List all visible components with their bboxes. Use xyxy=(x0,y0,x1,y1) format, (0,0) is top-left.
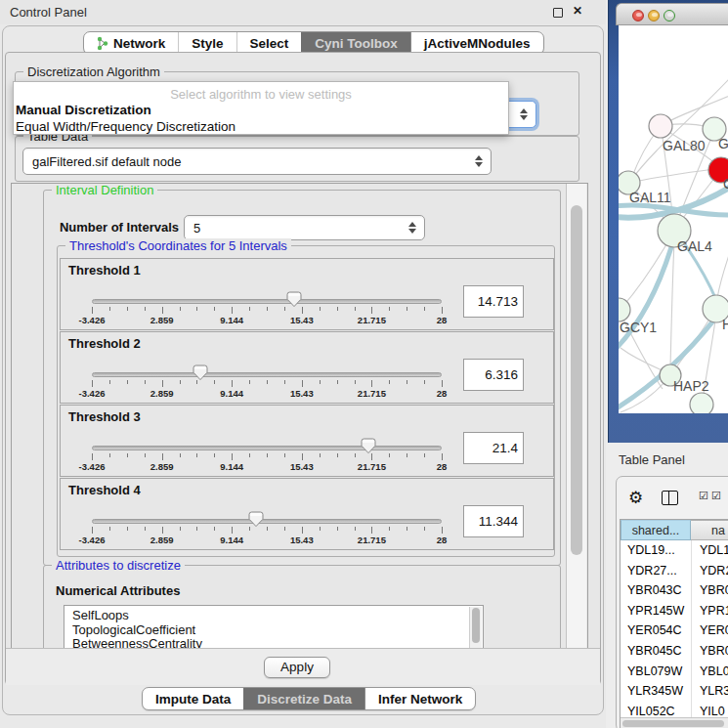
horizontal-scrollbar[interactable] xyxy=(621,717,728,728)
table-header-row: shared... na xyxy=(621,520,728,540)
tick-label: -3.426 xyxy=(79,388,106,399)
slider-track[interactable] xyxy=(92,519,442,524)
table-row[interactable]: YBR045CYBR0 xyxy=(621,641,728,662)
tab-infer-network[interactable]: Infer Network xyxy=(364,688,475,709)
slider-track[interactable] xyxy=(92,372,442,377)
numerical-attributes-list[interactable]: SelfLoopsTopologicalCoefficientBetweenne… xyxy=(64,605,484,650)
column-header-shared-name[interactable]: shared... xyxy=(621,520,691,540)
close-traffic-light-icon[interactable] xyxy=(632,10,644,21)
column-view-icon[interactable] xyxy=(662,491,678,505)
threshold-value-field[interactable]: 14.713 xyxy=(463,285,524,318)
slider-thumb[interactable] xyxy=(361,438,376,454)
table-row[interactable]: YER054CYER0 xyxy=(621,621,728,641)
table-row[interactable]: YDL19...YDL1 xyxy=(621,540,728,561)
network-node[interactable] xyxy=(649,114,672,138)
table-row[interactable]: YPR145WYPR1 xyxy=(621,601,728,621)
tab-impute-data[interactable]: Impute Data xyxy=(143,688,243,709)
threshold-value-field[interactable]: 11.344 xyxy=(463,505,524,537)
bottom-tab-bar: Impute DataDiscretize DataInfer Network xyxy=(142,687,476,710)
network-node-label: GAL11 xyxy=(629,190,671,205)
cell-shared-name: YBR045C xyxy=(621,641,691,662)
settings-gear-icon[interactable]: ⚙ xyxy=(628,488,643,507)
table-panel-box: ⚙ ☑ ☑ shared... na YDL19...YDL1YDR27...Y… xyxy=(616,476,728,728)
tab-select[interactable]: Select xyxy=(236,32,302,54)
close-icon[interactable]: ✕ xyxy=(573,4,582,18)
network-canvas[interactable]: GAL80GACGAL11GAL4GCY1HHAP2 xyxy=(619,25,728,413)
algorithm-group-label: Discretization Algorithm xyxy=(23,64,164,79)
threshold-label: Threshold 3 xyxy=(68,409,141,424)
horizontal-scrollbar-thumb[interactable] xyxy=(622,720,724,727)
network-node-label: GA xyxy=(718,136,728,151)
algorithm-option-equal-width[interactable]: Equal Width/Frequency Discretization xyxy=(14,118,508,135)
tick-label: 21.715 xyxy=(358,388,386,399)
table-row[interactable]: YBR043CYBR0 xyxy=(621,580,728,601)
attributes-group-label: Attributes to discretize xyxy=(52,558,185,573)
select-none-checkbox-icon[interactable]: ☑ xyxy=(711,490,721,502)
settings-scroll-area: Interval Definition Number of Intervals … xyxy=(11,183,588,650)
table-row[interactable]: YDR27...YDR2 xyxy=(621,561,728,581)
tab-label: Network xyxy=(113,36,165,51)
apply-button[interactable]: Apply xyxy=(264,657,330,678)
attribute-list-item[interactable]: SelfLoops xyxy=(64,606,483,623)
tab-label: Style xyxy=(192,36,223,51)
slider-track[interactable] xyxy=(92,446,442,450)
tick-label: 15.43 xyxy=(290,315,314,325)
tab-label: jActiveMNodules xyxy=(424,36,531,51)
table-row[interactable]: YIL052CYIL0 xyxy=(621,702,728,718)
tab-label: Cyni Toolbox xyxy=(315,36,398,51)
tick-label: -3.426 xyxy=(79,461,106,472)
cell-name: YBL0 xyxy=(691,662,728,682)
tab-style[interactable]: Style xyxy=(178,32,236,54)
cell-name: YLR3 xyxy=(691,681,728,702)
select-all-checkbox-icon[interactable]: ☑ xyxy=(699,490,708,502)
column-header-name[interactable]: na xyxy=(691,520,728,540)
attribute-list-item[interactable]: TopologicalCoefficient xyxy=(64,623,483,638)
cell-name: YER0 xyxy=(691,621,728,641)
screen: Control Panel ✕ NetworkStyleSelectCyni T… xyxy=(0,0,728,728)
network-node[interactable] xyxy=(690,393,713,413)
tick-label: 9.144 xyxy=(220,461,243,472)
tab-label: Select xyxy=(250,36,289,51)
algorithm-option-manual[interactable]: Manual Discretization xyxy=(14,102,508,118)
main-scrollbar[interactable] xyxy=(566,184,586,649)
threshold-value-field[interactable]: 6.316 xyxy=(463,359,524,391)
tab-discretize-data[interactable]: Discretize Data xyxy=(243,688,364,709)
tab-cyni-toolbox[interactable]: Cyni Toolbox xyxy=(301,32,410,54)
threshold-panel-3: Threshold 3-3.4262.8599.14415.4321.71528… xyxy=(60,405,554,477)
tab-network[interactable]: Network xyxy=(84,32,178,54)
table-row[interactable]: YBL079WYBL0 xyxy=(621,662,728,682)
table-rows: YDL19...YDL1YDR27...YDR2YBR043CYBR0YPR14… xyxy=(621,540,728,718)
number-of-intervals-value: 5 xyxy=(185,221,408,236)
cell-name: YBR0 xyxy=(691,641,728,662)
slider-thumb[interactable] xyxy=(286,291,302,308)
threshold-value-field[interactable]: 21.4 xyxy=(463,432,524,464)
slider-ticks xyxy=(92,380,442,388)
node-table: shared... na YDL19...YDL1YDR27...YDR2YBR… xyxy=(620,519,728,728)
network-node[interactable] xyxy=(619,298,630,321)
list-scrollbar[interactable] xyxy=(469,607,482,650)
table-row[interactable]: YLR345WYLR3 xyxy=(621,681,728,702)
network-window-titlebar xyxy=(616,3,728,25)
minimize-traffic-light-icon[interactable] xyxy=(648,10,660,21)
cell-shared-name: YDR27... xyxy=(621,561,691,581)
network-graph: GAL80GACGAL11GAL4GCY1HHAP2 xyxy=(619,25,728,413)
control-panel-window: Control Panel ✕ NetworkStyleSelectCyni T… xyxy=(0,0,606,728)
algorithm-placeholder: Select algorithm to view settings xyxy=(14,82,508,102)
tick-label: 28 xyxy=(437,535,448,545)
tab-jactivemnodules[interactable]: jActiveMNodules xyxy=(410,32,543,54)
threshold-label: Threshold 1 xyxy=(68,263,141,278)
main-scrollbar-thumb[interactable] xyxy=(571,205,582,555)
slider-thumb[interactable] xyxy=(248,511,264,528)
number-of-intervals-combobox[interactable]: 5 xyxy=(184,215,425,240)
apply-row: Apply xyxy=(6,648,600,685)
network-node-label: GAL4 xyxy=(677,238,712,254)
table-data-combobox[interactable]: galFiltered.sif default node xyxy=(22,148,492,175)
slider-thumb[interactable] xyxy=(193,364,208,381)
tick-label: 9.144 xyxy=(220,388,243,399)
list-scrollbar-thumb[interactable] xyxy=(472,608,480,643)
zoom-traffic-light-icon[interactable] xyxy=(664,10,675,21)
slider-track[interactable] xyxy=(92,299,442,304)
threshold-label: Threshold 2 xyxy=(68,336,141,351)
float-window-icon[interactable] xyxy=(553,8,563,18)
tick-label: 21.715 xyxy=(358,461,386,472)
